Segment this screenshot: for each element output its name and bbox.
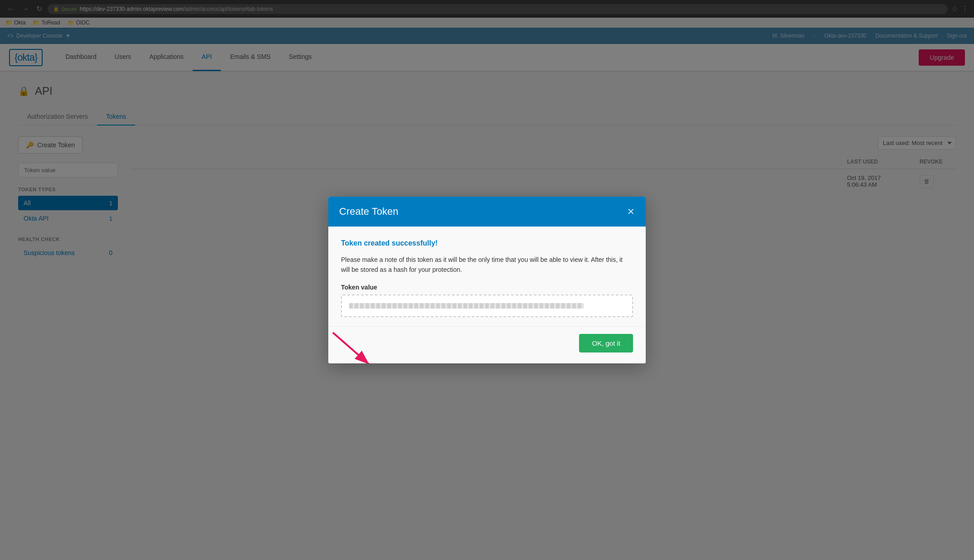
token-value-label: Token value	[341, 284, 633, 291]
modal-title: Create Token	[339, 206, 398, 217]
token-value-redacted	[349, 303, 584, 309]
info-text: Please make a note of this token as it w…	[341, 255, 633, 275]
create-token-modal: Create Token ✕ Token created successfull…	[328, 197, 646, 343]
modal-header: Create Token ✕	[328, 197, 646, 227]
token-value-box[interactable]	[341, 294, 633, 317]
modal-overlay[interactable]: Create Token ✕ Token created successfull…	[0, 0, 974, 343]
ok-button[interactable]: OK, got it	[579, 334, 633, 343]
modal-footer: OK, got it	[328, 326, 646, 343]
success-message: Token created successfully!	[341, 239, 633, 247]
modal-body: Token created successfully! Please make …	[328, 227, 646, 327]
modal-close-button[interactable]: ✕	[627, 206, 635, 217]
